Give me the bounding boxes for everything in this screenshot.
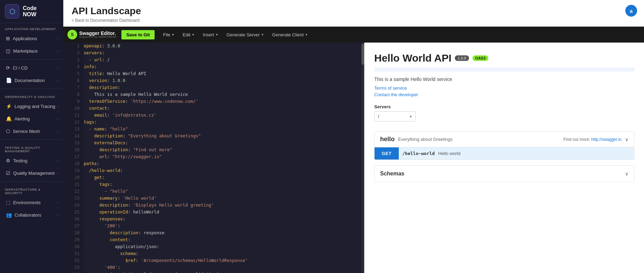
code-line: 27 '200': [63,222,364,229]
api-url-bar [374,67,634,72]
sidebar-item-logging-tracing[interactable]: ⚡ Logging and Tracing › [0,100,63,112]
code-line: 10 contact: [63,105,364,112]
code-line: 18paths: [63,160,364,167]
logo-icon: ⬡ [5,4,19,19]
edit-menu[interactable]: Edit ▼ [178,27,199,43]
schemas-section: Schemas ∨ [374,165,634,182]
sidebar-item-testing[interactable]: ⚙ Testing › [0,154,63,167]
swagger-brand-name: Swagger Editor. [79,31,117,36]
editor-container: 1openapi: 3.0.0 2servers: 3 - url: / 4in… [63,43,644,273]
generate-client-menu[interactable]: Generate Client ▼ [268,27,312,43]
get-method-button[interactable]: GET [375,147,399,160]
documentation-icon: 📄 [6,78,12,83]
generate-server-menu[interactable]: Generate Server ▼ [222,27,268,43]
sidebar-item-marketplace[interactable]: ◫ Marketplace › [0,45,63,57]
code-line: 26 responses: [63,216,364,222]
code-line: 21 tags: [63,181,364,188]
code-line: 11 email: 'info@stratox.cz' [63,112,364,119]
alerting-icon: 🔔 [6,116,12,121]
logo-text: Code NOW [23,5,37,17]
swagger-logo-circle: S [67,30,77,39]
quality-icon: ☑ [6,170,10,176]
chevron-icon: › [57,201,58,204]
section-label-app-dev: APPLICATION DEVELOPMENT [0,23,63,32]
chevron-icon: › [57,66,58,70]
testing-icon: ⚙ [6,158,10,163]
terms-of-service-link[interactable]: Terms of service [374,85,634,91]
contact-developer-link[interactable]: Contact the developer [374,92,634,97]
chevron-icon: › [57,37,58,40]
code-line: 15 externalDocs: [63,139,364,146]
chevron-icon: › [57,213,58,217]
get-row: GET /hello-world Hello world [375,147,634,160]
code-editor[interactable]: 1openapi: 3.0.0 2servers: 3 - url: / 4in… [63,43,364,273]
servers-select[interactable]: / [374,111,416,121]
avatar-letter: a [630,8,633,14]
page-header: API Landscape < Back to Documentation Da… [63,0,644,27]
sidebar: ⬡ Code NOW APPLICATION DEVELOPMENT ⊞ App… [0,0,63,273]
sidebar-item-collaborators[interactable]: 👥 Collaborators › [0,209,63,221]
sidebar-item-ci-cd[interactable]: ⟳ CI / CD › [0,62,63,74]
hello-chevron-icon: ∨ [625,137,628,142]
code-line: 14 description: "Everything about Greeti… [63,133,364,139]
schemas-header[interactable]: Schemas ∨ [375,166,634,182]
right-panel: Hello World API 1.0.0 OAS3 This is a sam… [364,43,644,273]
code-line: 28 description: response [63,229,364,236]
save-to-git-button[interactable]: Save to Git [121,30,155,39]
swagger-url-link[interactable]: http://swagger.io [591,137,622,142]
get-path: /hello-world [399,151,438,156]
hello-section: hello Everything about Greetings Find ou… [374,131,634,160]
servers-label: Servers [374,104,634,109]
sidebar-item-environments[interactable]: ⬚ Environments › [0,196,63,209]
version-badge: 1.0.0 [455,55,469,61]
sidebar-item-alerting[interactable]: 🔔 Alerting › [0,112,63,125]
code-line: 2servers: [63,49,364,56]
gen-client-caret-icon: ▼ [305,33,308,36]
insert-menu[interactable]: Insert ▼ [199,27,222,43]
sidebar-section-infra: INFRASTRUCTURE & SECURITY ⬚ Environments… [0,184,63,221]
logging-icon: ⚡ [6,103,12,109]
code-line: 1openapi: 3.0.0 [63,43,364,49]
applications-icon: ⊞ [6,36,10,41]
toolbar-menus: File ▼ Edit ▼ Insert ▼ Generate Server ▼… [159,27,312,43]
hello-section-header[interactable]: hello Everything about Greetings Find ou… [375,131,634,147]
sidebar-item-label: CI / CD [13,65,28,71]
sidebar-item-quality-management[interactable]: ☑ Quality Management › [0,167,63,179]
code-line: 23 summary: 'Hello world' [63,195,364,202]
sidebar-item-label: Service Mesh [13,129,40,134]
scrollbar-thumb[interactable] [361,44,364,65]
schemas-chevron-icon: ∨ [625,171,628,176]
code-line: 8 This is a sample Hello World service [63,91,364,98]
servers-select-wrapper: / [374,111,416,121]
avatar[interactable]: a [625,5,637,17]
api-title: Hello World API [374,52,451,64]
chevron-icon: › [57,129,58,133]
sidebar-item-label: Quality Management [13,171,55,176]
breadcrumb-link[interactable]: < Back to Documentation Dashboard [72,18,139,23]
hello-tag: hello [380,136,395,143]
chevron-icon: › [57,117,58,121]
oas-badge: OAS3 [472,55,488,61]
gen-server-caret-icon: ▼ [261,33,264,36]
ci-cd-icon: ⟳ [6,65,10,71]
chevron-icon: › [57,49,58,53]
edit-caret-icon: ▼ [192,33,194,36]
sidebar-item-label: Alerting [15,116,30,121]
sidebar-item-applications[interactable]: ⊞ Applications › [0,32,63,45]
logo-line1: Code [23,5,37,11]
code-line: 7 description: [63,84,364,91]
environments-icon: ⬚ [6,200,10,205]
sidebar-item-label: Collaborators [15,212,41,218]
logo-line2: NOW [23,11,37,18]
code-line: 9 termsOfService: 'https://www.codenow.c… [63,98,364,105]
file-menu[interactable]: File ▼ [159,27,178,43]
sidebar-item-label: Logging and Tracing [15,104,55,109]
sidebar-item-label: Applications [13,36,37,41]
breadcrumb[interactable]: < Back to Documentation Dashboard [72,18,636,23]
code-line: 5 title: Hello World API [63,70,364,77]
sidebar-item-documentation[interactable]: 📄 Documentation › [0,74,63,87]
chevron-icon: › [57,171,58,175]
sidebar-item-service-mesh[interactable]: ⬡ Service Mesh › [0,125,63,137]
section-label-testing: TESTING & QUALITY MANAGEMENT [0,142,63,154]
section-label-observability: OBSERVABILITY & ANALYSIS [0,91,63,100]
